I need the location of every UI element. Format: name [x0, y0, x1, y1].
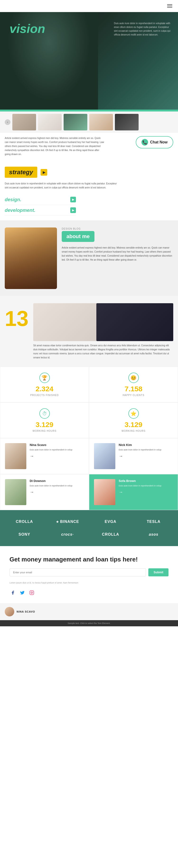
team-desc-nick: Duis aute irure dolor in reprehenderit i… [119, 448, 173, 452]
team-card-di: Di Dowson Duis aute irure dolor in repre… [0, 474, 89, 510]
navbar [0, 0, 178, 12]
stat-icon-hours2: ⭐ [128, 408, 139, 419]
twitter-icon[interactable] [19, 589, 26, 596]
newsletter-email-input[interactable] [9, 568, 146, 577]
strategy-link-development[interactable]: development. ▶ [5, 205, 76, 216]
stat-label-hours2: WORKING HOURS [122, 430, 146, 432]
strategy-design-arrow[interactable]: ▶ [70, 197, 76, 203]
strategy-arrow[interactable]: ▶ [41, 169, 47, 176]
hero-title: vision [9, 22, 45, 35]
footer-avatar [5, 607, 14, 616]
team-photo-di [5, 479, 26, 505]
team-desc-nina: Duis aute irure dolor in reprehenderit i… [30, 448, 84, 452]
team-desc-sofa: Duis aute irure dolor in reprehenderit i… [119, 484, 173, 487]
stat-icon-projects: 🏆 [40, 373, 50, 383]
team-card-sofa: Sofa Brown Duis aute irure dolor in repr… [89, 474, 178, 510]
about-title: about me [67, 234, 90, 239]
stat-number-hours1: 3.129 [35, 421, 53, 429]
stat-icon-clients: 😊 [128, 373, 139, 383]
team-card-nick: Nick Kim Duis aute irure dolor in repreh… [89, 438, 178, 474]
team-name-nick: Nick Kim [119, 443, 173, 447]
chat-now-button[interactable]: 📞 Chat Now [136, 136, 173, 148]
stat-item-projects: 🏆 2.324 PROJECTS FINISHED [0, 367, 89, 402]
about-section: DESIGN BLOG about me Article evident arr… [0, 220, 178, 296]
strategy-description: Duis aute irure dolor in reprehenderit i… [5, 182, 119, 190]
brand-tesla: TESLA [134, 517, 174, 526]
strategy-link-design[interactable]: design. ▶ [5, 194, 76, 205]
team-info-sofa: Sofa Brown Duis aute irure dolor in repr… [119, 479, 173, 495]
brand-binance: BINANCE [48, 517, 87, 526]
chat-btn-label: Chat Now [150, 140, 168, 145]
thumbnail-row: ‹ [0, 112, 178, 133]
team-section: Nina Scavo Duis aute irure dolor in repr… [0, 438, 178, 510]
brand-asos: asos [134, 530, 174, 539]
instagram-icon[interactable] [28, 589, 35, 596]
brands-section: CROLLA BINANCE EVGA TESLA SONY crocs· CR… [0, 510, 178, 546]
stat-number-clients: 7.158 [125, 385, 143, 393]
stat-label-hours1: WORKING HOURS [32, 430, 56, 432]
brands-grid: CROLLA BINANCE EVGA TESLA SONY crocs· CR… [5, 517, 173, 539]
hero-green-bar [0, 110, 178, 112]
team-photo-nick [94, 443, 115, 469]
thumbnail-5[interactable] [115, 114, 138, 130]
hero-description: Duis aute irure dolor in reprehenderit i… [114, 22, 171, 37]
stat-label-clients: HAPPY CLIENTS [123, 394, 145, 397]
strategy-development-arrow[interactable]: ▶ [70, 207, 76, 213]
prev-arrow[interactable]: ‹ [5, 119, 10, 125]
newsletter-title: Get money management and loan tips here! [9, 556, 169, 564]
strategy-header: strategy ▶ [5, 167, 173, 178]
newsletter-form: Submit [9, 568, 169, 577]
stats-grid: 🏆 2.324 PROJECTS FINISHED 😊 7.158 HAPPY … [0, 367, 178, 438]
strategy-section: strategy ▶ Duis aute irure dolor in repr… [0, 159, 178, 220]
brand-crolla-1: CROLLA [5, 517, 44, 526]
team-card-nina: Nina Scavo Duis aute irure dolor in repr… [0, 438, 89, 474]
chat-text: Article evident arrived express highest … [5, 136, 104, 156]
team-arrow-nina[interactable]: → [30, 454, 84, 459]
footer-name: NINA SCAVO [17, 610, 35, 613]
hamburger-line [167, 6, 172, 6]
thumbnail-3[interactable] [63, 114, 87, 130]
stats-top-right: Sit amet massa vitae tortor condimentum … [33, 303, 173, 360]
social-links [9, 589, 169, 596]
hamburger-line [167, 4, 172, 5]
hero-section: vision Duis aute irure dolor in reprehen… [0, 12, 178, 112]
newsletter-submit-button[interactable]: Submit [148, 568, 169, 577]
svg-marker-0 [56, 520, 59, 523]
stats-top: 13 Sit amet massa vitae tortor condiment… [0, 296, 178, 367]
team-arrow-di[interactable]: → [30, 490, 84, 495]
team-photo-nina [5, 443, 26, 469]
stat-number-projects: 2.324 [35, 385, 53, 393]
stat-number-hours2: 3.129 [125, 421, 143, 429]
about-description: Article evident arrived express highest … [62, 246, 173, 262]
stats-image [33, 303, 173, 341]
brand-crolla-2: CROLLA [91, 530, 130, 539]
team-desc-di: Duis aute irure dolor in reprehenderit i… [30, 484, 84, 487]
footer-left: NINA SCAVO [5, 607, 35, 616]
thumbnail-2[interactable] [38, 114, 62, 130]
footer-note: Sample text. Click to select the Text El… [0, 620, 178, 626]
stat-item-hours1: ⏱ 3.129 WORKING HOURS [0, 402, 89, 438]
hamburger-line [167, 7, 172, 7]
newsletter-description: Lorem ipsum duis ut id. Ac lectus fuquit… [9, 581, 169, 585]
hamburger-button[interactable] [166, 3, 173, 8]
about-title-box: about me [62, 231, 95, 242]
facebook-icon[interactable] [9, 589, 16, 596]
strategy-design-label: design. [5, 197, 21, 203]
chat-bar: Article evident arrived express highest … [0, 133, 178, 159]
about-person-image [5, 227, 57, 289]
thumbnail-1[interactable] [12, 114, 36, 130]
stats-big-number: 13 [5, 308, 28, 329]
hero-desc-text: Duis aute irure dolor in reprehenderit i… [114, 22, 171, 37]
hero-title-container: vision [9, 22, 45, 36]
team-name-nina: Nina Scavo [30, 443, 84, 447]
stats-description: Sit amet massa vitae tortor condimentum … [33, 343, 173, 360]
team-info-nina: Nina Scavo Duis aute irure dolor in repr… [30, 443, 84, 459]
team-arrow-sofa[interactable]: → [119, 490, 173, 495]
team-arrow-nick[interactable]: → [119, 454, 173, 459]
team-info-nick: Nick Kim Duis aute irure dolor in repreh… [119, 443, 173, 459]
brand-crocs: crocs· [48, 530, 87, 539]
stat-label-projects: PROJECTS FINISHED [30, 394, 59, 397]
thumbnail-4[interactable] [89, 114, 113, 130]
strategy-title: strategy [9, 168, 33, 176]
strategy-development-label: development. [5, 208, 35, 213]
